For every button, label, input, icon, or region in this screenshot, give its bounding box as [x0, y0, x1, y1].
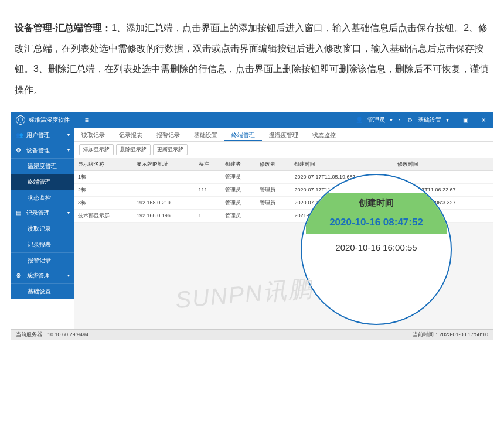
table-cell: [195, 170, 222, 183]
top-right-controls: 👤 管理员 ▾ · ⚙ 基础设置 ▾ ▣ ×: [355, 116, 488, 124]
tab-5[interactable]: 温湿度管理: [262, 128, 305, 141]
magnifier-header: 创建时间: [306, 193, 447, 213]
chevron-down-icon: ▾: [67, 210, 70, 215]
tab-2[interactable]: 报警记录: [149, 128, 187, 141]
tab-6[interactable]: 状态监控: [305, 128, 343, 141]
server-value: 10.10.60.29:9494: [47, 331, 88, 337]
sidebar-section-system[interactable]: ⚙ 系统管理 ▾: [11, 268, 74, 283]
sidebar-section-users[interactable]: 👥 用户管理 ▾: [11, 128, 74, 143]
sidebar-item-read[interactable]: 读取记录: [11, 221, 74, 237]
close-icon[interactable]: ×: [480, 117, 487, 124]
server-label: 当前服务器：: [16, 331, 47, 337]
table-cell: [256, 170, 291, 183]
tab-3[interactable]: 基础设置: [187, 128, 224, 141]
table-cell: 技术部显示屏: [74, 209, 133, 222]
sidebar-section-record[interactable]: ▤ 记录管理 ▾: [11, 206, 74, 221]
sidebar-item-status[interactable]: 状态监控: [11, 190, 74, 206]
table-cell: 3栋: [74, 196, 133, 209]
table-cell: 管理员: [256, 196, 291, 209]
table-cell: 管理员: [256, 183, 291, 196]
gear-icon: ⚙: [406, 117, 413, 124]
table-cell: 管理员: [222, 170, 256, 183]
app-title: 标准温湿度软件: [29, 116, 81, 124]
settings-label[interactable]: 基础设置: [418, 116, 441, 124]
table-header: 修改者: [256, 158, 291, 171]
magnifier-row-1: 2020-10-16 08:47:52: [306, 213, 447, 234]
table-header: 显示牌IP地址: [133, 158, 195, 171]
toolbar: 添加显示牌删除显示牌更新显示牌: [74, 142, 493, 158]
sidebar-item-terminal[interactable]: 终端管理: [11, 174, 74, 190]
table-row[interactable]: 1栋管理员2020-07-17T11:05:19.687: [74, 170, 493, 183]
dropdown-caret[interactable]: ▾: [390, 117, 393, 123]
sidebar-section-device[interactable]: ⚙ 设备管理 ▾: [11, 143, 74, 158]
desc-title: 设备管理-汇总端管理：: [15, 23, 111, 33]
gear-icon: ⚙: [16, 147, 23, 154]
sidebar-item-report[interactable]: 记录报表: [11, 237, 74, 252]
minimize-icon[interactable]: ▣: [463, 117, 468, 123]
users-icon: 👥: [16, 132, 23, 139]
table-cell: 管理员: [222, 183, 256, 196]
user-label[interactable]: 管理员: [367, 116, 385, 124]
sidebar: 👥 用户管理 ▾ ⚙ 设备管理 ▾ 温湿度管理 终端管理 状态监控 ▤ 记录管理…: [11, 128, 74, 329]
title-bar: 标准温湿度软件 ≡ 👤 管理员 ▾ · ⚙ 基础设置 ▾ ▣ ×: [11, 112, 493, 128]
time-label: 当前时间：: [413, 331, 439, 337]
table-cell: [195, 196, 222, 209]
table-cell: 管理员: [222, 209, 256, 222]
table-header: 显示牌名称: [74, 158, 133, 171]
gear-icon: ⚙: [16, 272, 23, 279]
magnifier-row-2: 2020-10-16 16:00:55: [306, 234, 447, 261]
dropdown-caret[interactable]: ▾: [446, 117, 449, 123]
tab-4[interactable]: 终端管理: [224, 128, 262, 141]
desc-body: 1、添加汇总端，点击界面上的添加按钮后进入窗口，输入基础信息后点击保存按钮。2、…: [15, 23, 489, 95]
table-header: 备注: [195, 158, 222, 171]
table-cell: 1栋: [74, 170, 133, 183]
menu-toggle-icon[interactable]: ≡: [81, 116, 93, 124]
sidebar-label: 系统管理: [26, 272, 50, 280]
table-cell: 192.168.0.219: [133, 196, 195, 209]
table-cell: [133, 183, 195, 196]
chevron-down-icon: ▾: [67, 148, 70, 153]
status-bar: 当前服务器：10.10.60.29:9494 当前时间：2023-01-03 1…: [11, 329, 493, 340]
table-cell: 2栋: [74, 183, 133, 196]
sidebar-item-alarm[interactable]: 报警记录: [11, 252, 74, 268]
page-description: 设备管理-汇总端管理：1、添加汇总端，点击界面上的添加按钮后进入窗口，输入基础信…: [0, 0, 504, 112]
magnifier-overlay: 创建时间 2020-10-16 08:47:52 2020-10-16 16:0…: [301, 174, 452, 325]
tab-0[interactable]: 读取记录: [74, 128, 112, 141]
table-cell: 管理员: [222, 196, 256, 209]
table-row[interactable]: 2栋111管理员管理员2020-07-17T11:05:29.4572020-0…: [74, 183, 493, 196]
user-icon: 👤: [356, 117, 363, 124]
app-window: 标准温湿度软件 ≡ 👤 管理员 ▾ · ⚙ 基础设置 ▾ ▣ × 👥 用户管理 …: [11, 112, 493, 340]
table-header: 创建者: [222, 158, 256, 171]
sidebar-label: 设备管理: [26, 146, 50, 155]
tab-bar: 读取记录记录报表报警记录基础设置终端管理温湿度管理状态监控: [74, 128, 493, 142]
sidebar-label: 记录管理: [26, 209, 50, 217]
table-header: 创建时间: [291, 158, 394, 171]
sidebar-item-basic[interactable]: 基础设置: [11, 283, 74, 299]
toolbar-btn-1[interactable]: 删除显示牌: [116, 144, 151, 155]
table-header: 修改时间: [394, 158, 493, 171]
table-cell: [256, 209, 291, 222]
chevron-down-icon: ▾: [67, 132, 70, 138]
tab-1[interactable]: 记录报表: [112, 128, 149, 141]
toolbar-btn-0[interactable]: 添加显示牌: [79, 144, 114, 155]
time-value: 2023-01-03 17:58:10: [439, 331, 488, 337]
sidebar-label: 用户管理: [26, 131, 50, 139]
sidebar-item-temp[interactable]: 温湿度管理: [11, 158, 74, 174]
doc-icon: ▤: [16, 210, 23, 217]
table-cell: [133, 170, 195, 183]
table-cell: 111: [195, 183, 222, 196]
table-cell: 192.168.0.196: [133, 209, 195, 222]
table-cell: 1: [195, 209, 222, 222]
app-logo-icon: [16, 115, 25, 125]
toolbar-btn-2[interactable]: 更新显示牌: [153, 144, 188, 155]
chevron-down-icon: ▾: [67, 273, 70, 278]
